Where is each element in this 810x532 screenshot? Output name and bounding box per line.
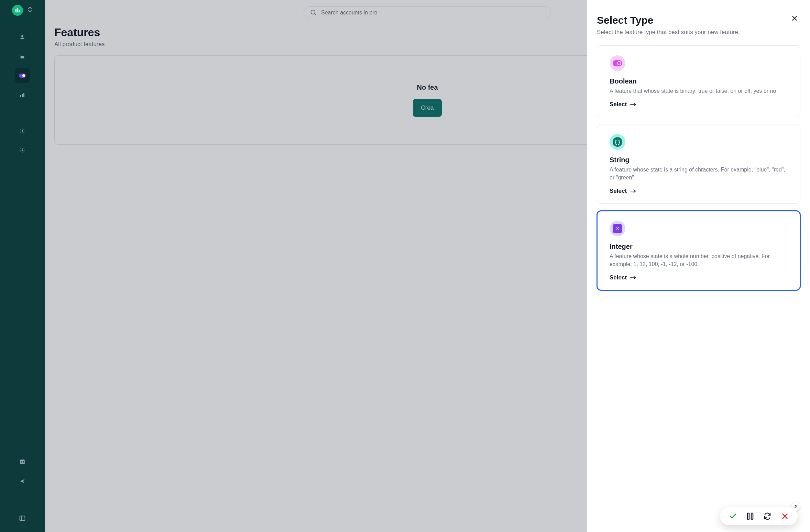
nav-bottom bbox=[15, 454, 30, 526]
svg-rect-28 bbox=[747, 513, 749, 519]
select-label: Select bbox=[610, 274, 627, 281]
select-label: Select bbox=[610, 188, 627, 195]
close-button[interactable] bbox=[789, 13, 800, 23]
boolean-icon bbox=[610, 55, 625, 71]
svg-point-11 bbox=[22, 130, 23, 132]
action-confirm[interactable] bbox=[729, 512, 737, 520]
type-card-string[interactable]: { } String A feature whose state is a st… bbox=[597, 124, 800, 204]
float-actions bbox=[720, 507, 798, 525]
svg-rect-14 bbox=[20, 516, 25, 520]
send-icon bbox=[19, 478, 25, 484]
main: Features All product features No fea Cre… bbox=[45, 0, 810, 532]
toggle-icon bbox=[19, 74, 26, 78]
svg-rect-9 bbox=[22, 94, 23, 97]
svg-point-12 bbox=[22, 149, 23, 151]
svg-rect-2 bbox=[19, 10, 20, 13]
svg-point-3 bbox=[21, 35, 23, 37]
close-icon bbox=[791, 15, 798, 22]
svg-rect-1 bbox=[17, 8, 18, 12]
action-refresh[interactable] bbox=[763, 512, 771, 520]
integer-icon bbox=[610, 221, 625, 236]
check-icon bbox=[729, 512, 737, 520]
app-logo[interactable] bbox=[12, 5, 23, 16]
select-integer-button[interactable]: Select bbox=[610, 274, 788, 281]
logo-wrap bbox=[12, 5, 33, 16]
nav-top bbox=[0, 30, 45, 158]
nav-item-user[interactable] bbox=[15, 30, 30, 45]
arrow-right-icon bbox=[630, 275, 636, 280]
svg-point-23 bbox=[618, 227, 619, 228]
chevron-up-down-icon[interactable] bbox=[27, 7, 33, 14]
type-card-integer[interactable]: Integer A feature whose state is a whole… bbox=[597, 211, 800, 290]
type-title: String bbox=[610, 156, 788, 164]
type-desc: A feature that whose state is binary: tr… bbox=[610, 87, 788, 95]
refresh-icon bbox=[763, 512, 771, 520]
type-title: Integer bbox=[610, 243, 788, 251]
svg-point-22 bbox=[616, 227, 617, 228]
nav-item-code[interactable] bbox=[15, 454, 30, 469]
nav-item-collapse[interactable] bbox=[15, 511, 30, 526]
nav-item-database[interactable] bbox=[15, 49, 30, 64]
select-label: Select bbox=[610, 101, 627, 108]
gear-icon bbox=[20, 147, 25, 153]
nav-item-settings-2[interactable] bbox=[15, 143, 30, 158]
arrow-right-icon bbox=[630, 189, 636, 193]
select-type-drawer: Select Type Select the feature type that… bbox=[587, 0, 810, 532]
drawer-title: Select Type bbox=[597, 14, 800, 26]
nav-item-settings-1[interactable] bbox=[15, 123, 30, 138]
svg-rect-8 bbox=[20, 95, 21, 97]
svg-rect-29 bbox=[751, 513, 753, 519]
code-icon bbox=[19, 459, 25, 465]
panel-collapse-icon bbox=[19, 515, 26, 522]
drawer-subtitle: Select the feature type that best suits … bbox=[597, 29, 800, 36]
pause-icon bbox=[747, 512, 754, 520]
action-cancel[interactable] bbox=[781, 512, 789, 520]
svg-rect-0 bbox=[15, 9, 17, 12]
svg-rect-5 bbox=[21, 54, 24, 56]
svg-point-26 bbox=[617, 228, 618, 229]
type-card-boolean[interactable]: Boolean A feature that whose state is bi… bbox=[597, 45, 800, 117]
chart-icon bbox=[19, 92, 25, 98]
select-string-button[interactable]: Select bbox=[610, 188, 788, 195]
user-icon bbox=[19, 34, 25, 40]
sidebar bbox=[0, 0, 45, 532]
select-boolean-button[interactable]: Select bbox=[610, 101, 788, 108]
string-icon: { } bbox=[610, 134, 625, 150]
svg-point-24 bbox=[616, 230, 617, 230]
database-icon bbox=[19, 53, 25, 59]
nav-item-analytics[interactable] bbox=[15, 87, 30, 102]
x-icon bbox=[781, 512, 789, 520]
nav-item-send[interactable] bbox=[15, 474, 30, 489]
svg-rect-10 bbox=[23, 93, 24, 97]
type-desc: A feature whose state is a string of chr… bbox=[610, 166, 788, 181]
action-pause[interactable] bbox=[747, 512, 754, 520]
svg-point-7 bbox=[22, 74, 25, 77]
type-title: Boolean bbox=[610, 77, 788, 85]
arrow-right-icon bbox=[630, 102, 636, 107]
nav-item-features[interactable] bbox=[15, 68, 30, 83]
svg-point-25 bbox=[618, 230, 619, 230]
type-desc: A feature whose state is a whole number,… bbox=[610, 253, 788, 268]
nav-separator bbox=[9, 113, 36, 113]
bars-icon bbox=[14, 7, 21, 13]
gear-icon bbox=[20, 128, 25, 134]
